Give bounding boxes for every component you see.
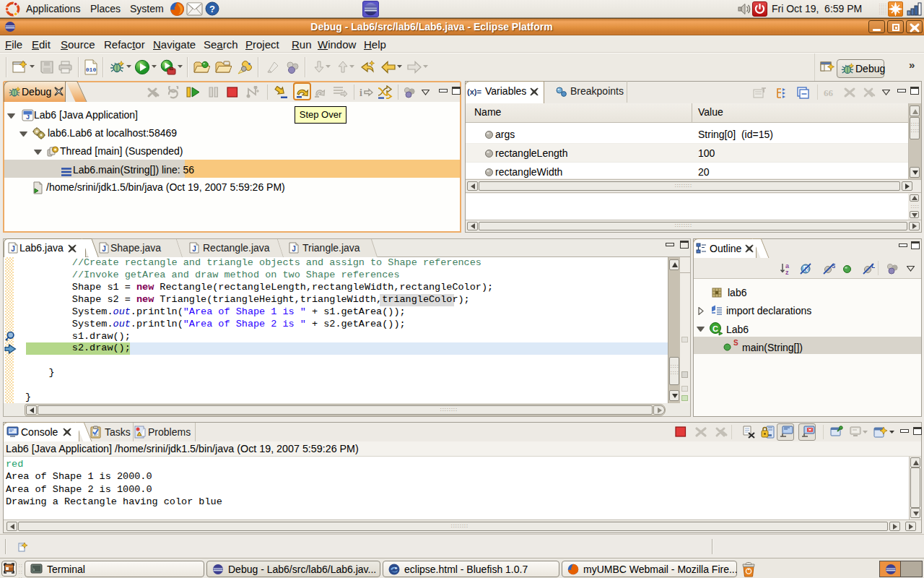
svg-text:C: C [712, 324, 718, 333]
svg-text:66: 66 [824, 87, 834, 98]
svg-text:010: 010 [86, 66, 97, 73]
svg-text:?: ? [209, 4, 215, 14]
svg-text:(x)=: (x)= [467, 87, 481, 96]
svg-text:J: J [292, 245, 296, 253]
svg-text:J: J [192, 245, 196, 253]
svg-text:J: J [26, 113, 30, 121]
svg-text:z: z [785, 269, 789, 275]
svg-text:J: J [11, 245, 15, 253]
svg-text:J: J [102, 245, 106, 253]
svg-text:i: i [359, 87, 362, 98]
